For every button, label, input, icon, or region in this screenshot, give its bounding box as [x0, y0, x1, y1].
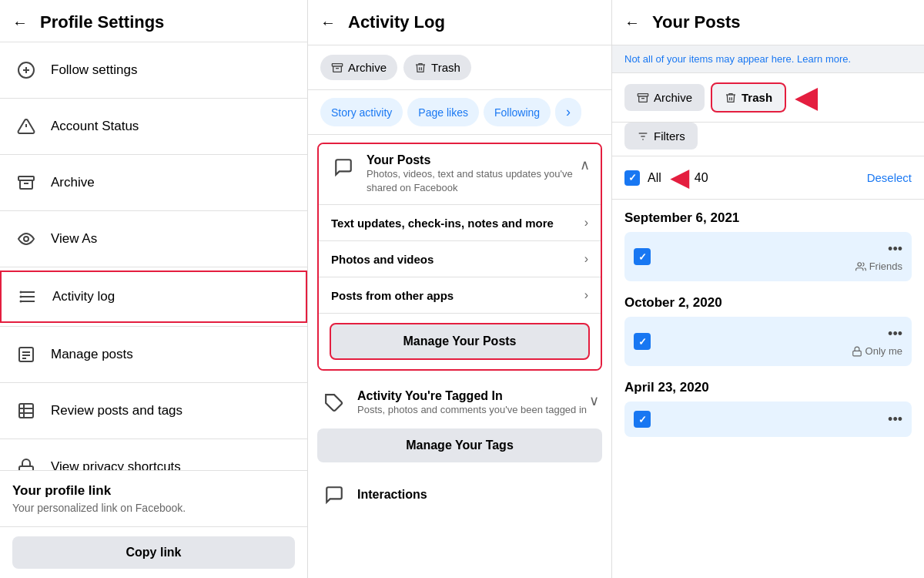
filters-button[interactable]: Filters	[624, 123, 698, 150]
posts-other-apps-chevron: ›	[584, 288, 588, 302]
post-privacy-sep2021: Friends	[855, 260, 902, 272]
red-arrow-all: ◀	[671, 164, 688, 191]
filters-row: Filters	[612, 123, 924, 156]
sub-item-text-updates[interactable]: Text updates, check-ins, notes and more …	[319, 205, 601, 240]
your-posts-panel: ← Your Posts Not all of your items may a…	[612, 0, 924, 578]
date-header-sep2021: September 6, 2021	[624, 200, 912, 232]
manage-your-posts-button[interactable]: Manage Your Posts	[330, 323, 590, 360]
your-posts-title: Your Posts	[367, 153, 580, 167]
divider-7	[0, 439, 307, 439]
divider-6	[0, 382, 307, 383]
copy-link-button[interactable]: Copy link	[12, 536, 295, 569]
tagged-chevron: ∨	[589, 392, 599, 409]
profile-menu-list: Follow settings Account Status	[0, 42, 307, 470]
notice-text: Not all of your items may appear here.	[624, 53, 794, 65]
divider-3	[0, 210, 307, 211]
post-item-oct2020: ••• Only me	[624, 317, 912, 366]
your-posts-subtitle: Photos, videos, text and status updates …	[367, 167, 580, 195]
archive-button[interactable]: Archive	[624, 84, 705, 111]
trash-button[interactable]: Trash	[711, 82, 786, 113]
menu-item-archive[interactable]: Archive	[0, 158, 307, 207]
notice-bar: Not all of your items may appear here. L…	[612, 45, 924, 73]
tagged-title: Activity You're Tagged In	[357, 389, 589, 403]
tab-more[interactable]: ›	[555, 98, 581, 126]
friends-icon	[855, 261, 866, 272]
manage-posts-icon	[12, 341, 40, 368]
sub-item-photos-videos[interactable]: Photos and videos ›	[319, 241, 601, 277]
tab-page-likes[interactable]: Page likes	[407, 98, 479, 126]
interactions-row[interactable]: Interactions	[308, 470, 611, 519]
menu-item-follow-settings[interactable]: Follow settings	[0, 45, 307, 95]
manage-btn-wrap: Manage Your Posts	[319, 313, 601, 369]
panel2-content: Your Posts Photos, videos, text and stat…	[308, 135, 611, 578]
menu-item-view-as[interactable]: View As	[0, 214, 307, 264]
filters-icon	[637, 130, 649, 143]
filters-button-label: Filters	[654, 129, 685, 143]
menu-item-account-status[interactable]: Account Status	[0, 102, 307, 151]
posts-other-apps-label: Posts from other apps	[331, 289, 454, 302]
post-item-sep2021: ••• Friends	[624, 232, 912, 281]
notice-link[interactable]: Learn more.	[797, 53, 851, 65]
only-me-label: Only me	[865, 345, 902, 357]
activity-log-icon	[14, 283, 42, 311]
date-header-apr2020: April 23, 2020	[624, 369, 912, 402]
post-checkbox-apr2020[interactable]	[634, 411, 651, 428]
select-all-checkbox[interactable]	[624, 170, 640, 186]
menu-item-review-posts[interactable]: Review posts and tags	[0, 386, 307, 435]
panel2-title: Activity Log	[348, 12, 445, 32]
deselect-button[interactable]: Deselect	[867, 171, 912, 184]
panel1-back-arrow[interactable]: ←	[12, 14, 28, 32]
sub-item-posts-other-apps[interactable]: Posts from other apps ›	[319, 277, 601, 313]
divider-1	[0, 98, 307, 99]
follow-icon	[12, 56, 40, 84]
profile-link-sub: Your personalized link on Facebook.	[12, 502, 295, 514]
svg-point-13	[20, 301, 22, 303]
svg-rect-34	[852, 351, 861, 355]
date-header-oct2020: October 2, 2020	[624, 284, 912, 317]
tabs-row: Story activity Page likes Following ›	[308, 90, 611, 135]
panel3-actions: Archive Trash ◀	[612, 73, 924, 123]
archive-button-label: Archive	[654, 91, 692, 104]
panel3-title: Your Posts	[652, 12, 741, 32]
svg-point-12	[20, 296, 22, 298]
post-more-oct2020[interactable]: •••	[888, 326, 902, 342]
archive-label: Archive	[51, 175, 95, 190]
post-checkbox-oct2020[interactable]	[634, 333, 651, 350]
svg-point-11	[20, 291, 22, 294]
review-posts-icon	[12, 397, 40, 425]
archive-chip-icon	[331, 62, 343, 74]
manage-tags-button[interactable]: Manage Your Tags	[317, 428, 602, 462]
tab-story-activity[interactable]: Story activity	[320, 98, 403, 126]
divider-2	[0, 154, 307, 155]
view-as-label: View As	[51, 231, 97, 247]
menu-item-activity-log[interactable]: Activity log	[0, 271, 307, 323]
divider-5	[0, 326, 307, 327]
friends-label: Friends	[869, 260, 902, 272]
trash-action-icon	[725, 92, 737, 104]
archive-chip-button[interactable]: Archive	[320, 55, 397, 80]
interactions-label: Interactions	[357, 488, 427, 502]
panel3-back-arrow[interactable]: ←	[624, 14, 640, 32]
your-posts-chevron-up: ∧	[580, 156, 590, 173]
trash-chip-button[interactable]: Trash	[403, 55, 471, 80]
panel2-back-arrow[interactable]: ←	[320, 14, 336, 32]
activity-log-label: Activity log	[52, 289, 115, 304]
menu-item-view-privacy[interactable]: View privacy shortcuts	[0, 442, 307, 470]
post-checkbox-sep2021[interactable]	[634, 248, 651, 265]
archive-action-icon	[637, 92, 649, 104]
view-as-icon	[12, 225, 40, 253]
archive-chip-label: Archive	[348, 61, 387, 74]
tagged-section[interactable]: Activity You're Tagged In Posts, photos …	[308, 378, 611, 428]
filter-row: Archive Trash	[308, 45, 611, 90]
your-posts-header[interactable]: Your Posts Photos, videos, text and stat…	[319, 144, 601, 204]
tab-following[interactable]: Following	[484, 98, 551, 126]
all-label: All	[648, 171, 661, 185]
tagged-icon	[320, 389, 348, 417]
trash-chip-icon	[414, 62, 427, 74]
menu-item-manage-posts[interactable]: Manage posts	[0, 330, 307, 379]
count-label: 40	[695, 171, 708, 185]
post-more-sep2021[interactable]: •••	[888, 241, 902, 257]
photos-videos-chevron: ›	[584, 252, 588, 266]
view-privacy-label: View privacy shortcuts	[51, 459, 181, 470]
post-more-apr2020[interactable]: •••	[888, 412, 902, 428]
